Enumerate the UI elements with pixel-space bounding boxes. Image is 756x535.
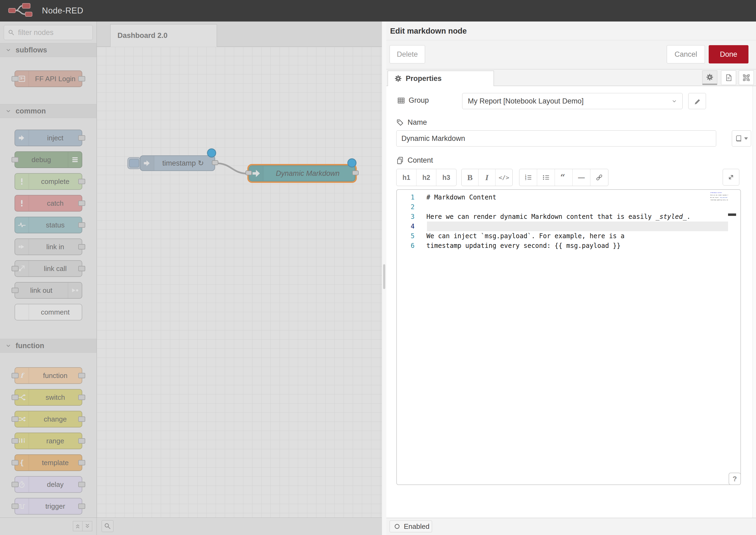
node-label: switch (29, 390, 82, 405)
palette-node[interactable]: change (14, 411, 82, 428)
list-button-group: 123 “ — (519, 169, 608, 186)
code-line: 6timestamp updating every second: {{ msg… (397, 241, 741, 251)
h3-button[interactable]: h3 (436, 169, 456, 186)
node-output-port (78, 266, 85, 271)
unordered-list-button[interactable] (537, 169, 555, 186)
code-button[interactable]: </> (495, 169, 513, 186)
h2-button[interactable]: h2 (416, 169, 436, 186)
delete-button[interactable]: Delete (390, 45, 425, 64)
italic-button[interactable]: I (479, 169, 495, 186)
palette-node[interactable]: inject (14, 129, 82, 146)
canvas-grid[interactable] (97, 47, 382, 518)
palette-node[interactable]: comment (14, 304, 82, 321)
group-select-value: My Report [Notebook Layout Demo] (468, 97, 671, 105)
enabled-toggle-button[interactable]: Enabled (390, 521, 432, 532)
palette-category-header[interactable]: function (0, 339, 97, 353)
tray-titlebar: Edit markdown node (386, 21, 756, 40)
flow-node-dynamic-markdown[interactable]: Dynamic Markdown (249, 165, 355, 182)
node-output-port (78, 135, 85, 141)
heading-button-group: h1 h2 h3 (396, 169, 457, 186)
node-icon (15, 239, 29, 255)
inject-trigger-button[interactable] (127, 157, 141, 169)
workspace-tab-dashboard[interactable]: Dashboard 2.0 (110, 24, 217, 47)
palette-node[interactable]: { template (14, 454, 82, 471)
bold-button[interactable]: B (462, 169, 479, 186)
tab-appearance-button[interactable] (739, 70, 754, 85)
name-input[interactable] (396, 130, 716, 147)
tab-description-button[interactable] (721, 70, 736, 85)
markdown-code-editor[interactable]: 1# Markdown Content 2 3Here we can rende… (396, 189, 741, 485)
node-output-port (78, 373, 85, 378)
palette-footer (0, 518, 97, 535)
node-input-port (12, 482, 18, 487)
palette-node[interactable]: FF API Login (14, 70, 82, 87)
expand-icon (727, 173, 735, 181)
node-output-port[interactable] (352, 170, 359, 175)
blockquote-button[interactable]: “ (555, 169, 573, 186)
palette-node[interactable]: trigger (14, 498, 82, 515)
cancel-button[interactable]: Cancel (667, 45, 705, 64)
node-label: Dynamic Markdown (264, 166, 354, 181)
format-button-group: B I </> (462, 169, 513, 186)
name-label-text: Name (407, 118, 427, 127)
palette-node[interactable]: catch (14, 195, 82, 211)
palette-node[interactable]: switch (14, 389, 82, 406)
tag-icon (396, 119, 404, 127)
editor-help-button[interactable]: ? (729, 473, 741, 485)
node-red-editor: Node-RED subflows (0, 0, 756, 535)
name-book-dropdown-button[interactable] (732, 130, 751, 147)
resize-handle[interactable] (383, 264, 385, 289)
node-input-port[interactable] (245, 170, 252, 175)
sidebar-resize-strip[interactable] (382, 21, 386, 535)
palette-node[interactable]: link call (14, 260, 82, 277)
tray-scrollbar[interactable] (752, 86, 756, 518)
horizontal-rule-button[interactable]: — (573, 169, 590, 186)
h1-button[interactable]: h1 (397, 169, 416, 186)
palette-collapse-all-button[interactable] (73, 521, 83, 531)
node-input-port (12, 76, 18, 81)
node-label: comment (29, 304, 82, 320)
palette-filter (0, 21, 97, 43)
node-output-port[interactable] (212, 160, 218, 165)
node-label: delay (29, 477, 82, 492)
node-output-port (78, 460, 85, 465)
palette-node[interactable]: f function (14, 367, 82, 384)
name-field-row (396, 130, 739, 147)
editor-scroll-indicator (728, 213, 736, 216)
palette-section-common: common inject (0, 104, 97, 339)
palette-node[interactable]: complete (14, 173, 82, 190)
palette-node[interactable]: delay (14, 476, 82, 493)
palette-expand-all-button[interactable] (83, 521, 92, 531)
canvas-search-button[interactable] (102, 520, 113, 532)
node-label: link in (29, 239, 82, 255)
palette-node[interactable]: link out (14, 282, 82, 299)
palette-category-header[interactable]: subflows (0, 43, 97, 57)
node-label: link out (15, 283, 68, 298)
node-label: link call (29, 261, 82, 276)
palette-node[interactable]: range (14, 433, 82, 449)
code-line: 3Here we can render dynamic Markdown con… (397, 212, 741, 221)
palette-search-box[interactable] (4, 25, 93, 40)
tray-title: Edit markdown node (390, 21, 756, 40)
tray-tabbar: Properties (386, 70, 756, 86)
ordered-list-button[interactable]: 123 (519, 169, 537, 186)
chevron-down-icon (5, 47, 11, 53)
node-label: range (29, 433, 82, 449)
palette-category-header[interactable]: common (0, 104, 97, 118)
expand-editor-button[interactable] (723, 169, 739, 185)
palette-node[interactable]: link in (14, 239, 82, 255)
done-button[interactable]: Done (709, 45, 748, 64)
tab-properties-icon-button[interactable] (702, 70, 717, 85)
link-button[interactable] (590, 169, 608, 186)
edit-group-button[interactable] (688, 93, 706, 109)
node-output-port (78, 416, 85, 422)
code-area[interactable]: 1# Markdown Content 2 3Here we can rende… (397, 192, 741, 251)
palette-node[interactable]: debug (14, 151, 82, 168)
node-input-port (12, 288, 18, 293)
palette-node[interactable]: status (14, 217, 82, 233)
palette-search-input[interactable] (17, 28, 83, 37)
tab-properties[interactable]: Properties (388, 71, 494, 86)
group-select[interactable]: My Report [Notebook Layout Demo] (462, 93, 683, 109)
node-input-port (12, 438, 18, 444)
flow-node-timestamp[interactable]: timestamp ↻ (140, 155, 215, 171)
